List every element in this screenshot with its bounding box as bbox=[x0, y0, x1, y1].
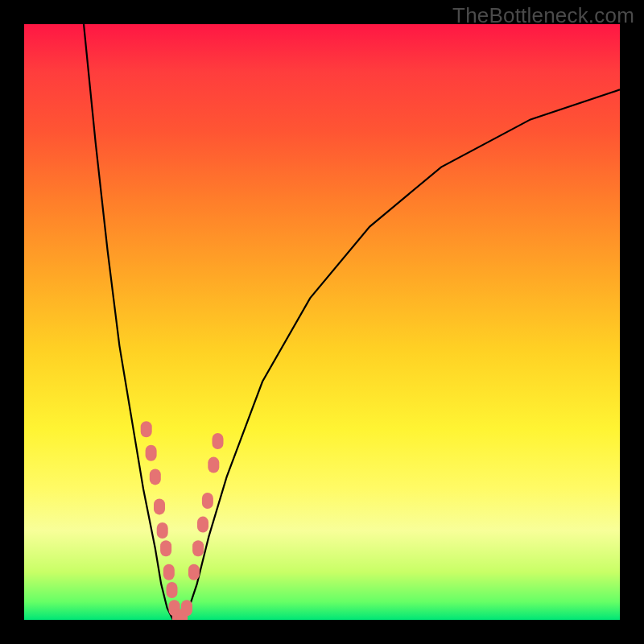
data-marker bbox=[167, 582, 178, 598]
data-marker bbox=[141, 421, 152, 437]
chart-root: TheBottleneck.com bbox=[0, 0, 644, 644]
watermark-text: TheBottleneck.com bbox=[452, 3, 634, 28]
data-marker bbox=[181, 600, 192, 616]
data-marker bbox=[213, 433, 224, 449]
data-marker bbox=[188, 564, 200, 580]
data-marker bbox=[197, 517, 208, 533]
data-marker bbox=[154, 498, 165, 514]
data-marker bbox=[160, 540, 171, 556]
data-marker bbox=[157, 522, 168, 539]
data-marker bbox=[150, 469, 161, 485]
data-marker bbox=[202, 493, 213, 509]
marker-group bbox=[141, 421, 224, 620]
data-marker bbox=[146, 445, 157, 461]
data-marker bbox=[192, 540, 204, 556]
data-marker bbox=[163, 564, 175, 580]
right-curve-line bbox=[185, 89, 620, 620]
data-marker bbox=[208, 457, 219, 473]
plot-area bbox=[24, 24, 620, 620]
chart-svg bbox=[24, 24, 620, 620]
